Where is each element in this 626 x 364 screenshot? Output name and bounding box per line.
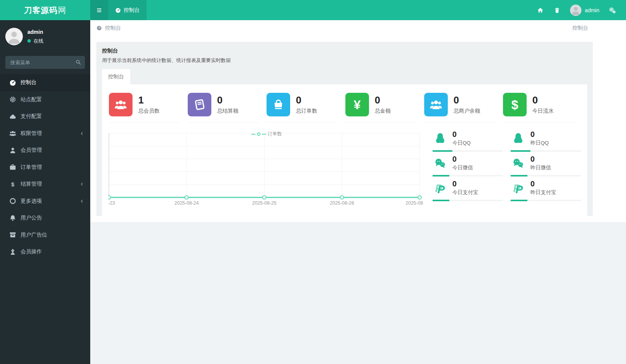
circle-o-icon [9, 198, 16, 204]
sidebar-item-label: 会员操作 [21, 248, 42, 255]
stat-value: 0 [217, 95, 238, 106]
online-label: 在线 [34, 38, 43, 45]
mini-label: 昨日支付宝 [530, 189, 556, 196]
brand-name-suffix: 网 [58, 5, 66, 16]
sidebar-item-orders[interactable]: 订单管理 [0, 159, 90, 176]
alipay-icon: PP [433, 180, 448, 196]
stat-card-total-orders: 0 总订单数 [266, 93, 345, 122]
qq-icon [511, 131, 526, 146]
mini-label: 今日微信 [452, 164, 473, 171]
divider [188, 122, 259, 122]
mini-stat-yesterday-qq: 0 昨日QQ [511, 130, 581, 152]
trash-icon [554, 7, 560, 13]
breadcrumb-current[interactable]: 控制台 [105, 25, 121, 32]
sidebar-item-user-adslot[interactable]: 用户广告位 [0, 227, 90, 244]
dollar-icon: $ [9, 181, 16, 188]
sidebar-toggle-button[interactable] [90, 0, 108, 20]
gear-icon [9, 97, 16, 103]
tab-dashboard[interactable]: 控制台 [102, 69, 130, 84]
page-container: 控制台 控制台 控制台 用于展示当前系统中的统计数据、统计报表及重要实时数据 控… [90, 20, 626, 222]
search-icon[interactable] [75, 59, 81, 65]
clear-cache-button[interactable] [550, 3, 564, 17]
sidebar-item-label: 会员管理 [21, 147, 42, 154]
sidebar-item-label: 控制台 [21, 79, 37, 86]
sidebar-user-panel: admin 在线 [0, 20, 90, 52]
home-button[interactable] [533, 3, 547, 17]
svg-text:2025-08-26: 2025-08-26 [330, 200, 354, 206]
breadcrumb: 控制台 控制台 [90, 20, 626, 36]
svg-text:P: P [438, 183, 445, 194]
mini-value: 0 [530, 155, 551, 163]
breadcrumb-page-title: 控制台 [572, 25, 588, 32]
sidebar-user-name: admin [27, 29, 43, 35]
sidebar-item-members[interactable]: 会员管理 [0, 142, 90, 159]
user-icon [9, 147, 16, 153]
sidebar-item-pay-config[interactable]: 支付配置 [0, 108, 90, 125]
mini-value: 0 [530, 180, 556, 188]
tachometer-icon [96, 25, 102, 31]
svg-text:2025-08-25: 2025-08-25 [252, 200, 276, 206]
topbar-actions: admin [533, 0, 626, 20]
divider [267, 122, 338, 122]
sidebar-item-label: 订单管理 [21, 164, 42, 171]
wechat-icon [511, 156, 526, 171]
bell-icon [9, 215, 16, 221]
chevron-left-icon [80, 182, 84, 186]
topbar-user-name: admin [585, 7, 599, 13]
svg-text:2025-08: 2025-08 [406, 200, 423, 206]
progress-bar [511, 200, 581, 201]
progress-fill [511, 150, 530, 152]
svg-text:2025-08-24: 2025-08-24 [174, 200, 199, 206]
stat-card-today-flow: $ 0 今日流水 [502, 93, 581, 122]
progress-bar [433, 200, 503, 201]
stat-value: 0 [532, 95, 554, 106]
mini-label: 昨日QQ [530, 140, 549, 146]
panel-description: 用于展示当前系统中的统计数据、统计报表及重要实时数据 [102, 57, 587, 64]
divider [424, 122, 495, 122]
stat-card-total-members: 1 总会员数 [108, 93, 187, 122]
mini-stat-yesterday-alipay: PP 0 昨日支付宝 [511, 180, 581, 201]
progress-fill [433, 150, 452, 152]
progress-bar [511, 150, 581, 152]
mini-stat-today-alipay: PP 0 今日支付宝 [433, 180, 503, 201]
home-icon [537, 7, 543, 13]
progress-bar [433, 150, 503, 152]
legend-circle-icon [257, 132, 260, 136]
topbar-tab-label: 控制台 [124, 7, 140, 14]
main-content: 控制台 控制台 控制台 用于展示当前系统中的统计数据、统计报表及重要实时数据 控… [90, 20, 626, 364]
sidebar-item-user-notice[interactable]: 用户公告 [0, 210, 90, 227]
sidebar-item-permissions[interactable]: 权限管理 [0, 125, 90, 142]
sidebar-item-settlement[interactable]: $ 结算管理 [0, 176, 90, 193]
sidebar-item-more-options[interactable]: 更多选项 [0, 193, 90, 210]
stat-label: 总会员数 [138, 108, 160, 114]
sidebar-item-label: 站点配置 [21, 96, 42, 103]
topbar-tab-dashboard[interactable]: 控制台 [108, 0, 147, 20]
mini-stat-yesterday-wechat: 0 昨日微信 [511, 155, 581, 176]
topbar: 刀客源码网 控制台 [0, 0, 626, 20]
chart-legend[interactable]: 订单数 [108, 131, 425, 137]
sidebar-item-dashboard[interactable]: 控制台 [0, 74, 90, 91]
stat-value: 0 [375, 95, 391, 106]
progress-fill [433, 200, 449, 201]
alipay-icon: PP [511, 180, 526, 196]
progress-fill [511, 200, 527, 201]
sidebar-user-status: 在线 [27, 38, 43, 45]
yuan-icon: ¥ [345, 93, 369, 116]
stat-card-total-amount: ¥ 0 总金额 [345, 93, 423, 122]
stat-label: 总订单数 [296, 108, 317, 114]
topbar-user-menu[interactable]: admin [567, 5, 602, 16]
progress-fill [433, 175, 449, 176]
sidebar-item-label: 更多选项 [21, 198, 42, 205]
mini-stats-today: 0 今日QQ [433, 130, 503, 209]
lower-row: 订单数 08-232025-08-242025-08-252025-08-262… [108, 130, 581, 209]
settings-button[interactable] [605, 3, 619, 17]
sidebar-item-member-actions[interactable]: 会员操作 [0, 243, 90, 261]
sidebar-item-label: 权限管理 [21, 130, 42, 137]
search-input[interactable] [5, 56, 85, 69]
panel-tabs: 控制台 [102, 69, 587, 84]
sidebar-item-site-config[interactable]: 站点配置 [0, 91, 90, 108]
stat-value: 0 [454, 95, 480, 106]
hamburger-icon [96, 8, 102, 13]
stat-label: 总商户余额 [454, 108, 480, 114]
legend-line-icon [262, 134, 266, 135]
